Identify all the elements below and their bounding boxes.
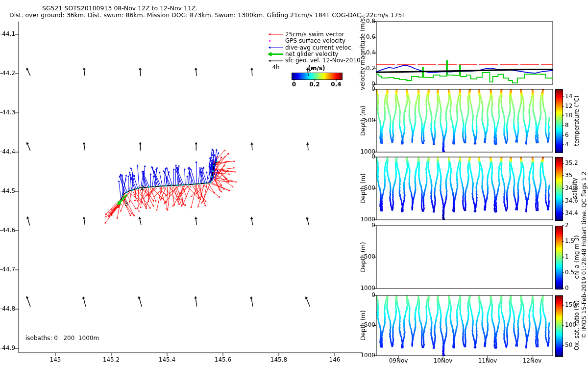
depth-tick: 0 bbox=[359, 154, 375, 160]
map-colorbar-title: (m/s) bbox=[302, 65, 331, 72]
plot-title: SG521 SOTS20100913 08-Nov 12Z to 12-Nov … bbox=[42, 5, 197, 11]
plot-subtitle: Dist. over ground: 36km. Dist. swum: 86k… bbox=[9, 12, 406, 18]
sal-cb-tick: 35.2 bbox=[565, 160, 587, 166]
velocity-ylabel: velocity magnitude (m/s) bbox=[359, 16, 366, 90]
legend-sfc-geo-velocity: sfc geo. vel. 12-Nov-2010 bbox=[285, 57, 361, 64]
map-xtick: 145.4 bbox=[152, 357, 182, 363]
chl-cb-label: chl-a (mg m-3) bbox=[573, 235, 580, 279]
map-ytick: -44.9 bbox=[0, 345, 15, 351]
legend-gps-velocity: GPS surface velocity bbox=[285, 38, 345, 44]
map-ytick: -44.2 bbox=[0, 70, 15, 77]
isobaths-note: isobaths: 0 200 1000m bbox=[25, 335, 99, 342]
date-tick: 11Nov bbox=[473, 358, 502, 364]
map-xtick: 146 bbox=[320, 357, 349, 363]
map-ytick: -44.1 bbox=[0, 31, 15, 37]
temperature-cb-label: temperature (°C) bbox=[573, 96, 580, 146]
glider-mission-figure: SG521 SOTS20100913 08-Nov 12Z to 12-Nov … bbox=[0, 0, 588, 368]
depth-tick: 0 bbox=[359, 222, 375, 229]
map-colorbar-tick: 0 bbox=[284, 81, 304, 88]
map-colorbar-tick: 0.4 bbox=[326, 81, 346, 88]
time-scale-label: 4h bbox=[269, 64, 283, 71]
depth-tick: 1000 bbox=[359, 352, 375, 359]
oxygen-cb-label: Ox. sat. ratio (%) bbox=[573, 300, 580, 350]
dive-label: 2 bbox=[141, 185, 145, 191]
map-xtick: 145.2 bbox=[97, 357, 126, 363]
date-tick: 12Nov bbox=[517, 358, 547, 364]
map-ytick: -44.8 bbox=[0, 306, 15, 312]
imos-watermark: © IMOS 15-Feb-2019 01:28:48 Hobart time.… bbox=[581, 172, 588, 339]
map-ytick: -44.4 bbox=[0, 149, 15, 155]
salinity-cb-label: salinity bbox=[571, 178, 578, 199]
map-ytick: -44.3 bbox=[0, 109, 15, 116]
depth-axis-label: Depth (m) bbox=[360, 242, 367, 272]
depth-tick: 0 bbox=[359, 292, 375, 298]
depth-axis-label: Depth (m) bbox=[360, 105, 367, 135]
depth-tick: 0 bbox=[359, 86, 375, 92]
map-ytick: -44.5 bbox=[0, 188, 15, 194]
map-ytick: -44.7 bbox=[0, 266, 15, 273]
depth-tick: 1000 bbox=[359, 285, 375, 291]
map-ytick: -44.6 bbox=[0, 227, 15, 234]
date-tick: 10Nov bbox=[428, 358, 458, 364]
depth-axis-label: Depth (m) bbox=[360, 173, 367, 203]
map-xtick: 145 bbox=[41, 357, 70, 363]
dive-label: 3 bbox=[124, 201, 128, 208]
date-tick: 09Nov bbox=[384, 358, 413, 364]
depth-axis-label: Depth (m) bbox=[360, 310, 367, 340]
map-xtick: 145.8 bbox=[264, 357, 294, 363]
map-xtick: 145.6 bbox=[208, 357, 238, 363]
map-colorbar-tick: 0.2 bbox=[305, 81, 324, 88]
